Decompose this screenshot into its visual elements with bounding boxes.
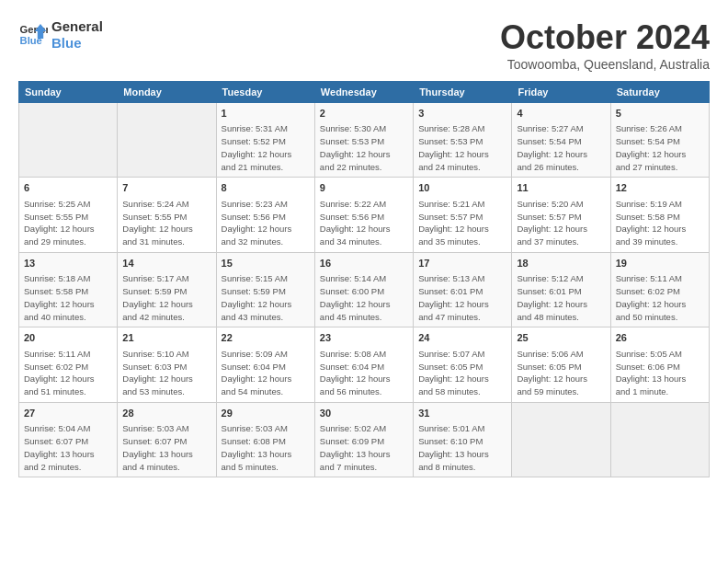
- logo-icon: General Blue: [18, 20, 48, 50]
- title-block: October 2024 Toowoomba, Queensland, Aust…: [500, 18, 710, 72]
- day-info: Sunrise: 5:17 AM Sunset: 5:59 PM Dayligh…: [122, 272, 210, 323]
- day-number: 4: [517, 107, 605, 121]
- day-number: 27: [24, 407, 112, 420]
- week-row-1: 1Sunrise: 5:31 AM Sunset: 5:52 PM Daylig…: [19, 103, 710, 178]
- col-header-sunday: Sunday: [19, 82, 118, 103]
- day-cell: 5Sunrise: 5:26 AM Sunset: 5:54 PM Daylig…: [610, 103, 709, 178]
- day-info: Sunrise: 5:15 AM Sunset: 5:59 PM Dayligh…: [222, 272, 310, 323]
- day-number: 6: [24, 181, 112, 195]
- day-number: 2: [320, 107, 408, 121]
- day-cell: 17Sunrise: 5:13 AM Sunset: 6:01 PM Dayli…: [414, 252, 512, 327]
- day-info: Sunrise: 5:18 AM Sunset: 5:58 PM Dayligh…: [24, 272, 112, 323]
- day-number: 14: [122, 257, 210, 270]
- day-number: 19: [616, 257, 704, 270]
- day-cell: 15Sunrise: 5:15 AM Sunset: 5:59 PM Dayli…: [216, 252, 314, 327]
- day-info: Sunrise: 5:02 AM Sunset: 6:09 PM Dayligh…: [320, 422, 408, 473]
- day-cell: 30Sunrise: 5:02 AM Sunset: 6:09 PM Dayli…: [314, 402, 413, 477]
- day-number: 11: [517, 181, 605, 195]
- day-number: 20: [24, 331, 112, 345]
- day-number: 13: [24, 257, 112, 270]
- day-cell: 27Sunrise: 5:04 AM Sunset: 6:07 PM Dayli…: [19, 402, 118, 477]
- day-cell: 4Sunrise: 5:27 AM Sunset: 5:54 PM Daylig…: [512, 103, 610, 178]
- calendar-header-row: SundayMondayTuesdayWednesdayThursdayFrid…: [19, 82, 710, 103]
- day-cell: 23Sunrise: 5:08 AM Sunset: 6:04 PM Dayli…: [314, 327, 413, 402]
- day-info: Sunrise: 5:03 AM Sunset: 6:08 PM Dayligh…: [222, 422, 310, 473]
- day-number: 1: [222, 107, 310, 121]
- day-info: Sunrise: 5:08 AM Sunset: 6:04 PM Dayligh…: [320, 348, 408, 398]
- day-number: 22: [222, 331, 310, 345]
- day-number: 3: [418, 107, 506, 121]
- day-info: Sunrise: 5:01 AM Sunset: 6:10 PM Dayligh…: [418, 422, 506, 473]
- col-header-thursday: Thursday: [414, 82, 512, 103]
- col-header-wednesday: Wednesday: [314, 82, 413, 103]
- week-row-4: 20Sunrise: 5:11 AM Sunset: 6:02 PM Dayli…: [19, 327, 710, 402]
- day-info: Sunrise: 5:10 AM Sunset: 6:03 PM Dayligh…: [122, 348, 210, 398]
- day-cell: 25Sunrise: 5:06 AM Sunset: 6:05 PM Dayli…: [512, 327, 610, 402]
- day-cell: 20Sunrise: 5:11 AM Sunset: 6:02 PM Dayli…: [19, 327, 118, 402]
- day-cell: 7Sunrise: 5:24 AM Sunset: 5:55 PM Daylig…: [118, 178, 216, 252]
- day-number: 5: [616, 107, 704, 121]
- day-info: Sunrise: 5:28 AM Sunset: 5:53 PM Dayligh…: [418, 122, 506, 173]
- day-cell: 31Sunrise: 5:01 AM Sunset: 6:10 PM Dayli…: [414, 402, 512, 477]
- day-cell: 16Sunrise: 5:14 AM Sunset: 6:00 PM Dayli…: [314, 252, 413, 327]
- day-info: Sunrise: 5:14 AM Sunset: 6:00 PM Dayligh…: [320, 272, 408, 323]
- day-cell: [610, 402, 709, 477]
- day-number: 21: [122, 331, 210, 345]
- day-info: Sunrise: 5:25 AM Sunset: 5:55 PM Dayligh…: [24, 198, 112, 248]
- day-number: 16: [320, 257, 408, 270]
- day-number: 10: [418, 181, 506, 195]
- day-number: 15: [222, 257, 310, 270]
- week-row-2: 6Sunrise: 5:25 AM Sunset: 5:55 PM Daylig…: [19, 178, 710, 252]
- location-title: Toowoomba, Queensland, Australia: [500, 57, 710, 72]
- day-cell: 10Sunrise: 5:21 AM Sunset: 5:57 PM Dayli…: [414, 178, 512, 252]
- day-number: 17: [418, 257, 506, 270]
- day-info: Sunrise: 5:20 AM Sunset: 5:57 PM Dayligh…: [517, 198, 605, 248]
- day-info: Sunrise: 5:24 AM Sunset: 5:55 PM Dayligh…: [122, 198, 210, 248]
- day-info: Sunrise: 5:21 AM Sunset: 5:57 PM Dayligh…: [418, 198, 506, 248]
- day-cell: 26Sunrise: 5:05 AM Sunset: 6:06 PM Dayli…: [610, 327, 709, 402]
- day-info: Sunrise: 5:30 AM Sunset: 5:53 PM Dayligh…: [320, 122, 408, 173]
- day-number: 23: [320, 331, 408, 345]
- day-info: Sunrise: 5:06 AM Sunset: 6:05 PM Dayligh…: [517, 348, 605, 398]
- day-cell: [118, 103, 216, 178]
- day-number: 25: [517, 331, 605, 345]
- day-cell: 3Sunrise: 5:28 AM Sunset: 5:53 PM Daylig…: [414, 103, 512, 178]
- day-cell: [19, 103, 118, 178]
- day-cell: 14Sunrise: 5:17 AM Sunset: 5:59 PM Dayli…: [118, 252, 216, 327]
- day-cell: 21Sunrise: 5:10 AM Sunset: 6:03 PM Dayli…: [118, 327, 216, 402]
- week-row-5: 27Sunrise: 5:04 AM Sunset: 6:07 PM Dayli…: [19, 402, 710, 477]
- day-cell: 24Sunrise: 5:07 AM Sunset: 6:05 PM Dayli…: [414, 327, 512, 402]
- day-info: Sunrise: 5:19 AM Sunset: 5:58 PM Dayligh…: [616, 198, 704, 248]
- day-number: 29: [222, 407, 310, 420]
- logo: General Blue General Blue: [18, 18, 103, 52]
- day-cell: 2Sunrise: 5:30 AM Sunset: 5:53 PM Daylig…: [314, 103, 413, 178]
- day-cell: 22Sunrise: 5:09 AM Sunset: 6:04 PM Dayli…: [216, 327, 314, 402]
- day-cell: 1Sunrise: 5:31 AM Sunset: 5:52 PM Daylig…: [216, 103, 314, 178]
- month-title: October 2024: [500, 18, 710, 57]
- logo-general: General: [51, 18, 103, 35]
- day-info: Sunrise: 5:26 AM Sunset: 5:54 PM Dayligh…: [616, 122, 704, 173]
- col-header-tuesday: Tuesday: [216, 82, 314, 103]
- col-header-monday: Monday: [118, 82, 216, 103]
- day-info: Sunrise: 5:12 AM Sunset: 6:01 PM Dayligh…: [517, 272, 605, 323]
- day-cell: 8Sunrise: 5:23 AM Sunset: 5:56 PM Daylig…: [216, 178, 314, 252]
- day-info: Sunrise: 5:07 AM Sunset: 6:05 PM Dayligh…: [418, 348, 506, 398]
- day-info: Sunrise: 5:09 AM Sunset: 6:04 PM Dayligh…: [222, 348, 310, 398]
- day-number: 8: [222, 181, 310, 195]
- day-info: Sunrise: 5:13 AM Sunset: 6:01 PM Dayligh…: [418, 272, 506, 323]
- day-info: Sunrise: 5:11 AM Sunset: 6:02 PM Dayligh…: [24, 348, 112, 398]
- day-number: 31: [418, 407, 506, 420]
- calendar-table: SundayMondayTuesdayWednesdayThursdayFrid…: [18, 81, 710, 477]
- day-cell: 29Sunrise: 5:03 AM Sunset: 6:08 PM Dayli…: [216, 402, 314, 477]
- day-info: Sunrise: 5:05 AM Sunset: 6:06 PM Dayligh…: [616, 348, 704, 398]
- day-number: 30: [320, 407, 408, 420]
- day-cell: 12Sunrise: 5:19 AM Sunset: 5:58 PM Dayli…: [610, 178, 709, 252]
- day-cell: 6Sunrise: 5:25 AM Sunset: 5:55 PM Daylig…: [19, 178, 118, 252]
- day-cell: [512, 402, 610, 477]
- day-cell: 18Sunrise: 5:12 AM Sunset: 6:01 PM Dayli…: [512, 252, 610, 327]
- day-info: Sunrise: 5:22 AM Sunset: 5:56 PM Dayligh…: [320, 198, 408, 248]
- day-cell: 19Sunrise: 5:11 AM Sunset: 6:02 PM Dayli…: [610, 252, 709, 327]
- day-number: 26: [616, 331, 704, 345]
- day-number: 28: [122, 407, 210, 420]
- day-info: Sunrise: 5:04 AM Sunset: 6:07 PM Dayligh…: [24, 422, 112, 473]
